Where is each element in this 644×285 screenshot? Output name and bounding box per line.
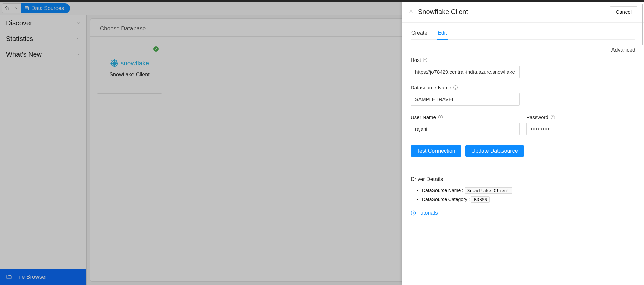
chevron-down-icon <box>76 21 80 26</box>
driver-dsn-item: DataSource Name : Snowflake Client <box>422 187 635 194</box>
field-username: User Name ? <box>411 114 520 135</box>
username-input[interactable] <box>411 123 520 135</box>
divider <box>411 170 635 170</box>
folder-icon <box>6 274 12 280</box>
datasource-card-snowflake[interactable]: ✓ snowflake Snowflake Client <box>97 43 162 94</box>
snowflake-logo: snowflake <box>110 59 149 68</box>
driver-details-list: DataSource Name : Snowflake Client DataS… <box>411 187 635 203</box>
datasource-card-name: Snowflake Client <box>109 72 149 78</box>
tutorials-link[interactable]: Tutorials <box>411 210 635 216</box>
play-icon <box>411 210 416 216</box>
driver-cat-value: RDBMS <box>471 196 490 203</box>
test-connection-button[interactable]: Test Connection <box>411 145 461 157</box>
close-icon[interactable] <box>409 9 413 15</box>
host-input[interactable] <box>411 66 520 78</box>
file-browser-label: File Browser <box>15 274 47 280</box>
datasource-name-input[interactable] <box>411 93 520 106</box>
tab-create[interactable]: Create <box>411 27 428 39</box>
tab-edit[interactable]: Edit <box>437 27 448 39</box>
driver-cat-item: DataSource Category : RDBMS <box>422 196 635 203</box>
sidebar-item-label: What's New <box>6 51 42 58</box>
advanced-link[interactable]: Advanced <box>611 47 635 53</box>
sidebar-item-discover[interactable]: Discover <box>0 15 86 31</box>
field-datasource-name: Datasource Name ? <box>411 85 635 106</box>
cancel-button[interactable]: Cancel <box>610 6 637 17</box>
side-panel: Snowflake Client Cancel Create Edit Adva… <box>402 2 644 285</box>
datasource-icon <box>24 6 29 11</box>
username-label: User Name <box>411 114 436 120</box>
help-icon[interactable]: ? <box>438 115 443 119</box>
update-datasource-button[interactable]: Update Datasource <box>465 145 524 157</box>
sidebar-item-label: Discover <box>6 19 32 27</box>
driver-dsn-label: DataSource Name : <box>422 188 463 193</box>
tutorials-label: Tutorials <box>417 210 438 216</box>
logo-text: snowflake <box>121 59 149 67</box>
chevron-right-icon[interactable] <box>11 3 21 13</box>
svg-marker-10 <box>413 212 414 214</box>
sidebar-item-whatsnew[interactable]: What's New <box>0 47 86 63</box>
check-icon: ✓ <box>153 46 159 52</box>
password-label: Password <box>526 114 548 120</box>
panel-header: Snowflake Client Cancel <box>402 2 644 23</box>
scrollbar[interactable] <box>642 4 643 45</box>
sidebar-item-label: Statistics <box>6 35 33 43</box>
panel-tabs: Create Edit <box>411 27 635 40</box>
help-icon[interactable]: ? <box>423 58 427 62</box>
driver-details-heading: Driver Details <box>411 176 635 182</box>
sidebar: Discover Statistics What's New File Brow… <box>0 15 87 285</box>
field-host: Host ? <box>411 57 635 78</box>
file-browser-button[interactable]: File Browser <box>0 269 86 285</box>
sidebar-item-statistics[interactable]: Statistics <box>0 31 86 47</box>
breadcrumb-current[interactable]: Data Sources <box>21 3 70 13</box>
panel-title: Snowflake Client <box>418 8 468 16</box>
driver-cat-label: DataSource Category : <box>422 197 470 202</box>
driver-dsn-value: Snowflake Client <box>465 187 512 194</box>
field-password: Password ? <box>526 114 635 135</box>
snowflake-icon <box>110 59 119 68</box>
chevron-down-icon <box>76 52 80 57</box>
help-icon[interactable]: ? <box>453 85 458 90</box>
password-input[interactable] <box>526 123 635 135</box>
dsn-label: Datasource Name <box>411 85 451 90</box>
svg-rect-0 <box>25 6 29 10</box>
host-label: Host <box>411 57 421 63</box>
panel-body: Create Edit Advanced Host ? Datasource N… <box>402 23 644 285</box>
help-icon[interactable]: ? <box>551 115 555 119</box>
breadcrumb-label: Data Sources <box>31 5 64 11</box>
home-icon[interactable] <box>2 3 11 13</box>
chevron-down-icon <box>76 36 80 42</box>
choose-database-label: Choose Database <box>100 25 146 32</box>
